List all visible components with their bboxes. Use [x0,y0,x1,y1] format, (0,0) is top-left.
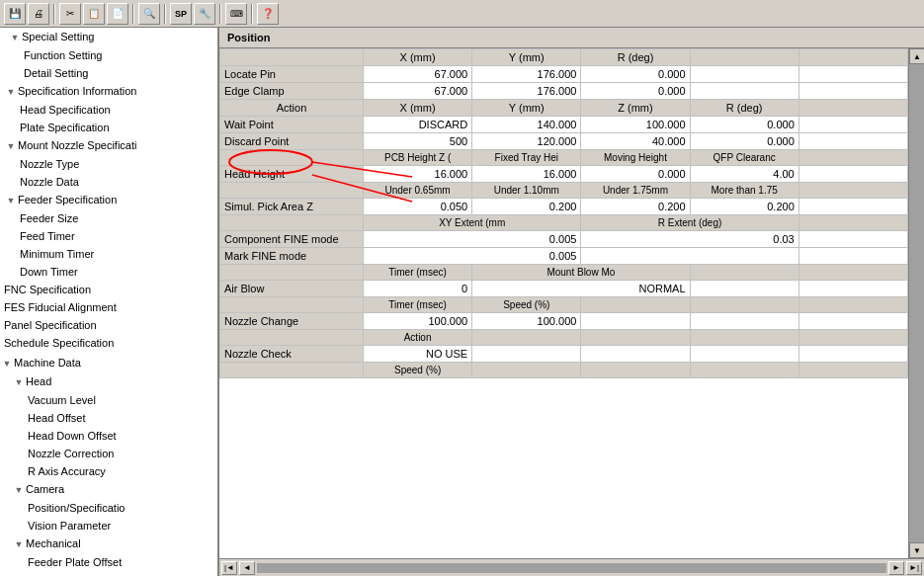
simul-pick-row: Simul. Pick Area Z 0.050 0.200 0.200 0.2… [220,199,908,215]
nozzle-check-row: Nozzle Check NO USE [220,346,908,363]
tree-item-fnc-specification[interactable]: FNC Specification [0,281,217,298]
keyboard-button[interactable]: ⌨ [225,3,247,25]
copy-button[interactable]: 📋 [83,3,105,25]
header-row-3: PCB Height Z ( Fixed Tray Hei Moving Hei… [220,150,908,166]
tree-item-nozzle-correction[interactable]: Nozzle Correction [0,445,217,462]
head-height-row: Head Height 16.000 16.000 0.000 4.00 [220,166,908,183]
sp-button[interactable]: SP [170,3,192,25]
horizontal-scrollbar[interactable]: |◄ ◄ ► ►| [219,558,924,576]
tree-item-feeder-size[interactable]: Feeder Size [0,209,217,227]
right-scrollbar[interactable]: ▲ ▼ [908,48,924,558]
tree-item-feeder-plate-offset[interactable]: Feeder Plate Offset [0,553,217,571]
tree-item-special-setting[interactable]: ▼Special Setting [0,28,217,46]
settings-button[interactable]: 🔧 [194,3,215,25]
tree-item-minimum-timer[interactable]: Minimum Timer [0,245,217,263]
tree-panel: ▼Special Setting Function Setting Detail… [0,28,219,576]
tree-item-function-setting[interactable]: Function Setting [0,46,217,64]
header-row-7: Timer (msec) Speed (%) [220,297,908,313]
position-table: X (mm) Y (mm) R (deg) Locate Pin 67.000 … [219,48,908,378]
header-row-5: XY Extent (mm R Extent (deg) [220,215,908,231]
scroll-up-arrow[interactable]: ▲ [909,48,924,64]
header-row-2: Action X (mm) Y (mm) Z (mm) R (deg) [220,100,908,117]
tree-item-panel-specification[interactable]: Panel Specification [0,316,217,334]
tree-item-plate-specification[interactable]: Plate Specification [0,119,217,136]
tree-item-position-specification[interactable]: Position/Specificatio [0,499,217,517]
header-row-8: Action [220,330,908,346]
air-blow-row: Air Blow 0 NORMAL [220,281,908,297]
tree-item-detail-setting[interactable]: Detail Setting [0,64,217,82]
panel-title: Position [219,28,924,48]
tree-item-mechanical[interactable]: ▼Mechanical [0,535,217,553]
header-row-1: X (mm) Y (mm) R (deg) [220,49,908,66]
scroll-left-first[interactable]: |◄ [221,561,237,575]
tree-item-nozzle-type[interactable]: Nozzle Type [0,155,217,173]
discard-point-row: Discard Point 500 120.000 40.000 0.000 [220,133,908,150]
tree-item-down-timer[interactable]: Down Timer [0,263,217,281]
header-row-6: Timer (msec) Mount Blow Mo [220,265,908,281]
scroll-right[interactable]: ► [888,561,904,575]
wait-point-row: Wait Point DISCARD 140.000 100.000 0.000 [220,117,908,133]
tree-item-mount-nozzle[interactable]: ▼Mount Nozzle Specificati [0,136,217,155]
tree-item-feed-timer[interactable]: Feed Timer [0,227,217,245]
locate-pin-row: Locate Pin 67.000 176.000 0.000 [220,66,908,83]
help-button[interactable]: ❓ [257,3,279,25]
tree-item-feeder-specification[interactable]: ▼Feeder Specification [0,191,217,209]
tree-item-specification-information[interactable]: ▼Specification Information [0,82,217,101]
tree-item-vacuum-level[interactable]: Vacuum Level [0,391,217,409]
header-row-9: Speed (%) [220,363,908,378]
scroll-down-arrow[interactable]: ▼ [909,542,924,558]
scroll-left[interactable]: ◄ [239,561,255,575]
tree-item-head-down-offset[interactable]: Head Down Offset [0,427,217,445]
nozzle-change-row: Nozzle Change 100.000 100.000 [220,313,908,330]
mark-fine-mode-row: Mark FINE mode 0.005 [220,248,908,265]
grid-container[interactable]: X (mm) Y (mm) R (deg) Locate Pin 67.000 … [219,48,908,558]
cut-button[interactable]: ✂ [59,3,81,25]
tree-item-camera[interactable]: ▼Camera [0,480,217,499]
save-button[interactable]: 💾 [4,3,26,25]
scroll-track-h[interactable] [257,563,886,573]
tree-item-machine-data[interactable]: ▼Machine Data [0,354,217,372]
tree-item-nozzle-data[interactable]: Nozzle Data [0,173,217,191]
main-layout: ▼Special Setting Function Setting Detail… [0,28,924,576]
separator-3 [164,4,166,24]
separator-4 [219,4,221,24]
scroll-right-last[interactable]: ►| [906,561,922,575]
toolbar: 💾 🖨 ✂ 📋 📄 🔍 SP 🔧 ⌨ ❓ [0,0,924,28]
tree-item-head-offset[interactable]: Head Offset [0,409,217,427]
zoom-button[interactable]: 🔍 [138,3,160,25]
tree-item-head[interactable]: ▼Head [0,372,217,391]
tree-item-head-specification[interactable]: Head Specification [0,101,217,119]
tree-scroll[interactable]: ▼Special Setting Function Setting Detail… [0,28,217,576]
edge-clamp-row: Edge Clamp 67.000 176.000 0.000 [220,83,908,100]
paste-button[interactable]: 📄 [107,3,128,25]
print-button[interactable]: 🖨 [28,3,49,25]
separator-5 [251,4,253,24]
right-panel: Position X (mm) [219,28,924,576]
panel-content-row: X (mm) Y (mm) R (deg) Locate Pin 67.000 … [219,48,924,558]
tree-item-r-axis-accuracy[interactable]: R Axis Accuracy [0,462,217,480]
tree-item-fes-fiducial[interactable]: FES Fiducial Alignment [0,298,217,316]
scroll-thumb[interactable] [909,64,924,542]
header-row-4: Under 0.65mm Under 1.10mm Under 1.75mm M… [220,183,908,199]
separator-1 [53,4,55,24]
component-fine-mode-row: Component FINE mode 0.005 0.03 [220,231,908,248]
tree-item-axis-soft-limit[interactable]: Axis Soft Limit [0,571,217,576]
tree-item-schedule-specification[interactable]: Schedule Specification [0,334,217,352]
tree-item-vision-parameter[interactable]: Vision Parameter [0,517,217,535]
separator-2 [132,4,134,24]
